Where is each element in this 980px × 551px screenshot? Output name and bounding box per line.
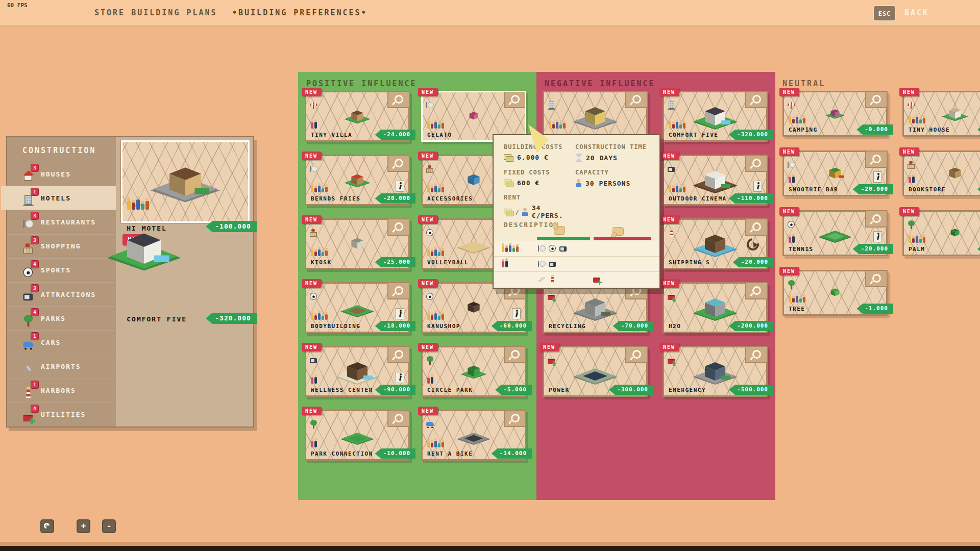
- building-card-recycling[interactable]: NEWRECYCLING-70.000: [543, 282, 648, 333]
- new-badge: NEW: [418, 279, 438, 288]
- building-card-kanushop[interactable]: NEWKANUSHOP-60.000: [421, 282, 526, 333]
- building-card-palm[interactable]: NEWPALM: [902, 210, 980, 256]
- building-card-rent-a-bike[interactable]: NEWRENT A BIKE-14.000: [421, 410, 526, 461]
- sidebar-item-hotels[interactable]: 1HOTELS: [1, 186, 116, 210]
- magnify-button[interactable]: [387, 92, 409, 108]
- magnify-button[interactable]: [387, 411, 409, 427]
- people-group-icon: [502, 261, 537, 267]
- magnify-button[interactable]: [387, 347, 409, 363]
- parks-icon: [787, 280, 796, 289]
- magnify-button[interactable]: [745, 219, 767, 236]
- sidebar-item-attractions[interactable]: 3ATTRACTIONS: [7, 282, 116, 306]
- airports-icon: [537, 275, 546, 284]
- rotate-button[interactable]: [40, 519, 54, 533]
- magnify-button[interactable]: [865, 271, 887, 287]
- building-card-circle-park[interactable]: NEWCIRCLE PARK-5.000: [421, 346, 526, 397]
- card-name: TINY VILLA: [311, 132, 352, 138]
- building-card-tree[interactable]: NEWTREE-1.000: [782, 270, 888, 316]
- new-badge: NEW: [899, 207, 919, 216]
- card-name: CIRCLE PARK: [427, 387, 473, 393]
- new-badge: NEW: [418, 152, 438, 160]
- building-sprite: [691, 228, 740, 258]
- card-name: EMERGENCY: [669, 387, 706, 393]
- new-badge: NEW: [302, 88, 322, 96]
- magnifier-icon: [395, 350, 403, 359]
- people-group-icon: [669, 186, 685, 192]
- building-tooltip: BUILDING COSTS 6.000 € CONSTRUCTION TIME…: [493, 134, 660, 289]
- hourglass-icon: [575, 154, 582, 162]
- new-badge: NEW: [302, 215, 322, 224]
- magnify-button[interactable]: [504, 411, 525, 427]
- sidebar-item-houses[interactable]: 3HOUSES: [7, 162, 116, 186]
- building-card-wellness-center[interactable]: NEWWELLNESS CENTER-90.000: [305, 346, 410, 397]
- new-badge: NEW: [779, 207, 799, 216]
- magnify-button[interactable]: [865, 152, 887, 168]
- building-card-shipping-s[interactable]: NEWSHIPPING S-20.000: [663, 218, 768, 269]
- magnify-button[interactable]: [745, 347, 767, 363]
- card-name: KANUSHOP: [427, 323, 460, 330]
- building-card-comfort-five[interactable]: NEWCOMFORT FIVE-320.000: [663, 91, 768, 142]
- building-card-kiosk[interactable]: NEWKIOSK-25.000: [305, 218, 410, 269]
- new-badge: NEW: [418, 215, 438, 224]
- building-card-emergency[interactable]: NEWEMERGENCY-500.000: [663, 346, 768, 397]
- esc-key-button[interactable]: ESC: [873, 5, 896, 21]
- building-sprite: [825, 107, 845, 119]
- zoom-out-button[interactable]: -: [102, 519, 116, 533]
- price-ribbon: -320.000: [729, 130, 773, 140]
- count-badge: 4: [31, 405, 39, 413]
- building-card-outdoor-cinema[interactable]: NEWOUTDOOR CINEMA-110.000: [663, 155, 768, 206]
- sidebar-item-harbors[interactable]: 1HARBORS: [7, 379, 116, 403]
- money-icon: [504, 208, 513, 216]
- sidebar-item-restaurants[interactable]: 3RESTAURANTS: [7, 210, 116, 234]
- magnify-button[interactable]: [387, 283, 409, 299]
- sidebar-item-cars[interactable]: 1CARS: [7, 330, 116, 354]
- building-sprite: [691, 291, 740, 322]
- sidebar-item-sports[interactable]: 4SPORTS: [7, 258, 116, 282]
- sidebar-item-parks[interactable]: 4PARKS: [7, 306, 116, 330]
- building-card-smoothie-bar[interactable]: NEWSMOOTHIE BAR-20.000: [782, 151, 888, 196]
- magnify-button[interactable]: [387, 219, 409, 236]
- sidebar-item-shopping[interactable]: 3SHOPPING: [7, 234, 116, 258]
- magnify-button[interactable]: [625, 92, 647, 108]
- count-badge: 1: [31, 332, 39, 340]
- plan-card-hi-motel[interactable]: [121, 140, 250, 223]
- building-card-power[interactable]: NEWPOWER-300.000: [543, 346, 648, 397]
- magnifier-icon: [752, 159, 761, 167]
- restaurants-icon: [426, 101, 434, 110]
- magnify-button[interactable]: [865, 92, 887, 108]
- sidebar-item-airports[interactable]: AIRPORTS: [7, 355, 116, 379]
- parks-icon: [22, 315, 34, 327]
- magnify-button[interactable]: [745, 92, 767, 108]
- magnify-button[interactable]: [745, 283, 767, 299]
- restaurants-icon: [537, 244, 546, 253]
- magnify-button[interactable]: [504, 92, 525, 108]
- building-card-bodybuilding[interactable]: NEWBODYBUILDING-18.000: [305, 282, 410, 333]
- building-card-park-connection-ii[interactable]: NEWPARK CONNECTION II-10.000: [305, 410, 410, 461]
- magnify-button[interactable]: [625, 347, 647, 363]
- tab-store-building-plans[interactable]: STORE BUILDING PLANS: [94, 0, 217, 26]
- sidebar-item-utilities[interactable]: 4UTILITIES: [7, 403, 116, 427]
- zoom-in-button[interactable]: +: [77, 519, 90, 533]
- magnify-button[interactable]: [504, 347, 525, 363]
- magnify-button[interactable]: [745, 156, 767, 172]
- harbors-icon: [22, 387, 34, 399]
- building-card-camping[interactable]: NEWCAMPING-9.000: [782, 91, 888, 137]
- building-card-tiny-villa[interactable]: NEWTINY VILLA-24.000: [305, 91, 410, 142]
- building-card-tiny-house[interactable]: NEWTINY HOUSE: [902, 91, 980, 137]
- parks-icon: [907, 220, 916, 229]
- building-card-tennis[interactable]: NEWTENNIS-20.000: [782, 210, 888, 256]
- magnify-button[interactable]: [865, 211, 887, 228]
- building-card-bookstore[interactable]: NEWBOOKSTORE: [902, 151, 980, 196]
- money-icon: [504, 179, 513, 187]
- likes-bar: [537, 237, 590, 240]
- plan-name: COMFORT FIVE: [127, 315, 187, 323]
- panel-title: CONSTRUCTION: [7, 137, 116, 162]
- building-card-h2o[interactable]: NEWH2O-200.000: [663, 282, 768, 333]
- thumbs-down-icon: [612, 227, 624, 236]
- sidebar-item-label: SHOPPING: [41, 242, 81, 250]
- tab-building-preferences[interactable]: •BUILDING PREFERENCES•: [232, 0, 368, 26]
- magnify-button[interactable]: [387, 156, 409, 172]
- building-card-bernds-fries[interactable]: NEWBERNDS FRIES-20.000: [305, 155, 410, 206]
- back-button[interactable]: BACK: [904, 0, 929, 26]
- parks-icon: [426, 356, 434, 365]
